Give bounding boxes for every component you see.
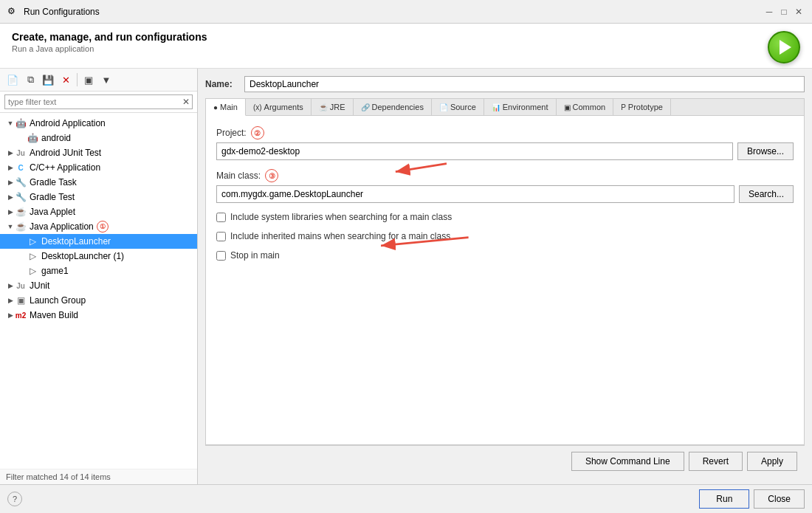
close-main-button[interactable]: Close bbox=[754, 489, 805, 509]
cpp-icon: C bbox=[15, 162, 27, 173]
checkbox3-input[interactable] bbox=[216, 251, 226, 261]
tab-dependencies[interactable]: 🔗 Dependencies bbox=[354, 99, 432, 115]
tree-label-maven: Maven Build bbox=[30, 310, 78, 320]
tree-item-junit[interactable]: ▶ Ju JUnit bbox=[0, 278, 197, 293]
revert-button[interactable]: Revert bbox=[689, 452, 743, 471]
tab-args-label: Arguments bbox=[264, 103, 303, 111]
gradle-test-icon: 🔧 bbox=[15, 191, 27, 203]
run-triangle-icon bbox=[780, 40, 791, 55]
tree-expand-junit[interactable]: ▶ bbox=[6, 149, 15, 156]
desktop-launcher-1-icon: ▷ bbox=[27, 250, 38, 262]
tree-expand-junit2[interactable]: ▶ bbox=[6, 282, 15, 289]
tree-item-maven-build[interactable]: ▶ m2 Maven Build bbox=[0, 308, 197, 323]
tab-jre-label: JRE bbox=[330, 103, 345, 111]
tree-label-game1: game1 bbox=[41, 266, 69, 276]
tree-expand-icon[interactable]: ▼ bbox=[6, 120, 15, 127]
tree-item-gradle-task[interactable]: ▶ 🔧 Gradle Task bbox=[0, 175, 197, 190]
tree-label-android-junit: Android JUnit Test bbox=[30, 148, 101, 158]
tree-container[interactable]: ▼ 🤖 Android Application 🤖 android ▶ Ju A… bbox=[0, 113, 197, 469]
filter-button[interactable]: ▣ bbox=[80, 72, 97, 88]
tab-source-icon: 📄 bbox=[439, 103, 448, 111]
tree-label-cpp: C/C++ Application bbox=[30, 162, 100, 173]
tree-item-desktop-launcher-1[interactable]: ▷ DesktopLauncher (1) bbox=[0, 249, 197, 264]
search-clear-button[interactable]: ✕ bbox=[182, 97, 190, 107]
tree-item-desktop-launcher[interactable]: ▷ DesktopLauncher bbox=[0, 234, 197, 249]
tree-expand-maven[interactable]: ▶ bbox=[6, 311, 15, 319]
name-input[interactable] bbox=[244, 76, 805, 92]
tree-item-android-junit[interactable]: ▶ Ju Android JUnit Test bbox=[0, 145, 197, 160]
toolbar: 📄 ⧉ 💾 ✕ ▣ ▼ bbox=[0, 69, 197, 92]
title-bar: ⚙ Run Configurations ─ □ ✕ bbox=[0, 0, 812, 24]
run-main-button[interactable]: Run bbox=[699, 489, 749, 509]
tab-args-icon: (x) bbox=[253, 103, 262, 111]
tree-expand-gradle-task[interactable]: ▶ bbox=[6, 179, 15, 186]
main-class-label: Main class: bbox=[216, 171, 261, 181]
checkbox1-label: Include system libraries when searching … bbox=[230, 212, 452, 222]
tab-environment[interactable]: 📊 Environment bbox=[484, 99, 557, 115]
run-icon-button[interactable] bbox=[768, 31, 800, 63]
checkbox3-row: Stop in main bbox=[216, 250, 794, 261]
tab-deps-label: Dependencies bbox=[372, 103, 424, 111]
tab-arguments[interactable]: (x) Arguments bbox=[246, 99, 312, 115]
header: Create, manage, and run configurations R… bbox=[0, 24, 812, 69]
tree-item-game1[interactable]: ▷ game1 bbox=[0, 264, 197, 278]
tab-jre[interactable]: ☕ JRE bbox=[312, 99, 354, 115]
close-button[interactable]: ✕ bbox=[793, 6, 805, 18]
tree-item-cpp-app[interactable]: ▶ C C/C++ Application bbox=[0, 160, 197, 175]
tab-main[interactable]: ● Main bbox=[206, 99, 246, 116]
delete-button[interactable]: ✕ bbox=[58, 72, 74, 88]
tabs-bar: ● Main (x) Arguments ☕ JRE 🔗 Dependencie… bbox=[205, 98, 805, 115]
minimize-button[interactable]: ─ bbox=[763, 6, 775, 18]
project-input[interactable] bbox=[216, 142, 733, 160]
tab-main-label: Main bbox=[220, 103, 238, 111]
new-config-button[interactable]: 📄 bbox=[4, 72, 21, 88]
tree-label-gradle-task: Gradle Task bbox=[30, 177, 77, 187]
tab-prototype[interactable]: P Prototype bbox=[613, 99, 671, 115]
annotation-3: ③ bbox=[265, 169, 278, 182]
apply-button[interactable]: Apply bbox=[747, 452, 797, 471]
search-input[interactable] bbox=[4, 94, 193, 109]
tab-common-label: Common bbox=[573, 103, 606, 111]
tree-expand-java-applet[interactable]: ▶ bbox=[6, 208, 15, 216]
help-icon[interactable]: ? bbox=[7, 492, 22, 506]
browse-button[interactable]: Browse... bbox=[737, 142, 794, 160]
checkbox3-label: Stop in main bbox=[230, 250, 280, 261]
launch-group-icon: ▣ bbox=[15, 295, 27, 306]
tab-source[interactable]: 📄 Source bbox=[432, 99, 484, 115]
duplicate-button[interactable]: ⧉ bbox=[22, 72, 38, 88]
tree-expand-gradle-test[interactable]: ▶ bbox=[6, 193, 15, 201]
junit-icon: Ju bbox=[15, 280, 27, 292]
tab-env-icon: 📊 bbox=[492, 103, 500, 111]
show-command-line-button[interactable]: Show Command Line bbox=[571, 452, 684, 471]
filter-dropdown-button[interactable]: ▼ bbox=[98, 72, 114, 88]
checkbox1-input[interactable] bbox=[216, 213, 226, 222]
tree-expand-java-app[interactable]: ▼ bbox=[6, 223, 15, 230]
filter-status: Filter matched 14 of 14 items bbox=[0, 469, 197, 484]
android-group-icon: 🤖 bbox=[15, 117, 27, 129]
tree-item-gradle-test[interactable]: ▶ 🔧 Gradle Test bbox=[0, 190, 197, 204]
header-title: Create, manage, and run configurations bbox=[12, 31, 207, 43]
checkbox2-input[interactable] bbox=[216, 232, 226, 241]
tree-expand-cpp[interactable]: ▶ bbox=[6, 164, 15, 171]
tree-label-android-app-group: Android Application bbox=[30, 118, 106, 128]
tree-item-java-app-group[interactable]: ▼ ☕ Java Application ① bbox=[0, 219, 197, 234]
search-button[interactable]: Search... bbox=[739, 185, 794, 203]
tree-item-android[interactable]: 🤖 android bbox=[0, 131, 197, 145]
annotation-1: ① bbox=[97, 221, 109, 233]
tab-common[interactable]: ▣ Common bbox=[557, 99, 614, 115]
main-class-input[interactable] bbox=[216, 185, 734, 203]
header-text: Create, manage, and run configurations R… bbox=[12, 31, 207, 53]
tree-item-java-applet[interactable]: ▶ ☕ Java Applet bbox=[0, 204, 197, 219]
tab-proto-icon: P bbox=[621, 103, 626, 111]
search-box: ✕ bbox=[0, 92, 197, 113]
maximize-button[interactable]: □ bbox=[778, 6, 790, 18]
tree-expand-launch[interactable]: ▶ bbox=[6, 297, 15, 304]
checkbox2-label: Include inherited mains when searching f… bbox=[230, 231, 450, 241]
save-button[interactable]: 💾 bbox=[40, 72, 56, 88]
tree-label-gradle-test: Gradle Test bbox=[30, 192, 75, 202]
name-label: Name: bbox=[205, 79, 238, 89]
tree-label-desktop-launcher: DesktopLauncher bbox=[41, 236, 111, 247]
tree-item-launch-group[interactable]: ▶ ▣ Launch Group bbox=[0, 293, 197, 308]
project-label: Project: bbox=[216, 128, 247, 138]
tree-item-android-app-group[interactable]: ▼ 🤖 Android Application bbox=[0, 116, 197, 131]
